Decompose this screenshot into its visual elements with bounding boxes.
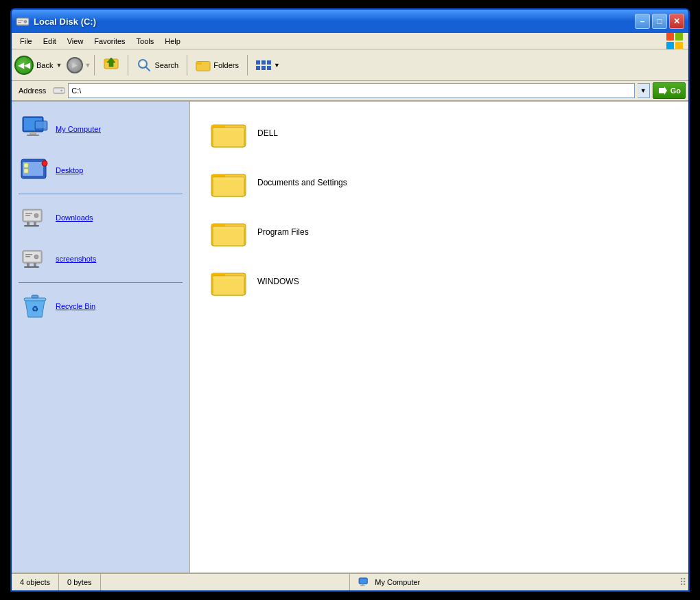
search-icon [137,58,152,73]
search-label: Search [154,61,178,69]
svg-rect-62 [213,276,244,295]
toolbar-separator-3 [187,55,187,76]
sidebar: My Computer Desktop [12,102,190,573]
file-item-programs[interactable]: Program Files [204,207,675,257]
svg-rect-19 [30,132,36,135]
window-title: Local Disk (C:) [34,16,631,27]
folders-button[interactable]: Folders [191,55,244,76]
svg-rect-43 [24,266,39,268]
menu-view[interactable]: View [62,36,89,47]
menu-tools[interactable]: Tools [131,36,160,47]
sidebar-label-screenshots[interactable]: screenshots [56,255,96,263]
svg-rect-26 [24,169,28,173]
sidebar-item-desktop[interactable]: Desktop [12,150,189,191]
folder-icon-programs [211,217,246,247]
toolbar-separator-4 [247,55,248,76]
go-button[interactable]: Go [653,82,686,99]
forward-button[interactable]: ▶ [67,57,83,73]
sidebar-item-recycle-bin[interactable]: ♻ Recycle Bin [12,286,189,327]
folders-icon [196,58,211,73]
views-dropdown-arrow[interactable]: ▼ [274,62,280,69]
status-grip: ⠿ [677,577,688,588]
desktop-icon [20,155,50,185]
svg-rect-65 [360,579,367,584]
svg-point-30 [34,214,38,218]
forward-dropdown-arrow[interactable]: ▼ [84,62,91,69]
svg-rect-66 [362,584,364,586]
svg-rect-55 [213,177,244,180]
address-bar: Address ▼ Go [12,81,688,102]
toolbar-separator-1 [94,55,95,76]
file-name-programs: Program Files [257,227,309,237]
back-button[interactable]: ◀ [14,56,34,75]
svg-point-2 [24,21,27,23]
status-bar: 4 objects 0 bytes My Computer ⠿ [12,573,688,590]
forward-arrow-icon: ▶ [72,61,78,69]
up-button[interactable] [98,54,124,76]
close-button[interactable]: ✕ [669,14,684,29]
sidebar-label-my-computer[interactable]: My Computer [56,125,101,133]
sidebar-item-screenshots[interactable]: screenshots [12,238,189,279]
svg-rect-50 [213,128,244,147]
svg-marker-16 [659,86,667,95]
status-computer-icon [358,577,371,588]
svg-rect-58 [213,227,244,246]
svg-line-9 [146,67,150,71]
address-input-wrap[interactable] [68,83,634,98]
menu-edit[interactable]: Edit [38,36,62,47]
status-location: My Computer [349,574,428,590]
file-name-dell: DELL [257,128,278,138]
status-object-count: 4 objects [12,574,59,590]
sidebar-item-my-computer[interactable]: My Computer [12,108,189,150]
toolbar-separator-2 [128,55,128,76]
svg-rect-67 [360,586,365,586]
menu-help[interactable]: Help [159,36,186,47]
folder-icon-windows [211,266,246,297]
file-item-dell[interactable]: DELL [204,108,675,158]
menu-favorites[interactable]: Favorites [89,36,130,47]
svg-rect-32 [25,215,30,216]
sidebar-label-desktop[interactable]: Desktop [56,166,83,174]
svg-text:♻: ♻ [32,305,38,313]
svg-rect-4 [18,22,21,23]
svg-rect-12 [196,62,202,65]
svg-rect-63 [213,276,244,279]
back-arrow-icon: ◀ [18,60,30,70]
up-icon [103,57,119,73]
folder-icon-dell [211,118,246,148]
menu-file[interactable]: File [14,36,38,47]
back-dropdown-arrow[interactable]: ▼ [56,62,62,69]
toolbar: ◀ Back ▼ ▶ ▼ Search [12,49,688,81]
svg-point-10 [141,62,145,66]
svg-rect-22 [36,122,46,128]
svg-rect-54 [213,177,244,196]
svg-rect-20 [27,135,39,136]
title-bar: Local Disk (C:) – □ ✕ [12,10,688,33]
file-name-windows: WINDOWS [257,277,299,286]
search-button[interactable]: Search [132,55,183,76]
sidebar-item-downloads[interactable]: Downloads [12,197,189,238]
file-item-docs[interactable]: Documents and Settings [204,158,675,207]
svg-rect-14 [54,89,64,92]
minimize-button[interactable]: – [635,14,650,29]
svg-rect-40 [25,256,30,257]
views-button[interactable]: ▼ [251,58,285,73]
file-area: DELL Documents and Settings [190,102,688,573]
titlebar-icon [16,14,30,28]
address-input[interactable] [71,86,631,95]
address-dropdown[interactable]: ▼ [638,83,650,98]
status-size: 0 bytes [59,574,100,590]
svg-rect-25 [24,163,28,168]
sidebar-divider-2 [19,282,183,283]
back-label[interactable]: Back [35,61,54,69]
sidebar-divider-1 [19,194,183,194]
folders-label: Folders [213,61,239,69]
file-item-windows[interactable]: WINDOWS [204,257,675,306]
svg-rect-59 [213,227,244,229]
menu-bar: File Edit View Favorites Tools Help [12,33,688,49]
downloads-icon [20,203,50,233]
maximize-button[interactable]: □ [652,14,667,29]
svg-rect-3 [18,21,23,21]
sidebar-label-downloads[interactable]: Downloads [56,214,93,222]
sidebar-label-recycle-bin[interactable]: Recycle Bin [56,302,95,310]
